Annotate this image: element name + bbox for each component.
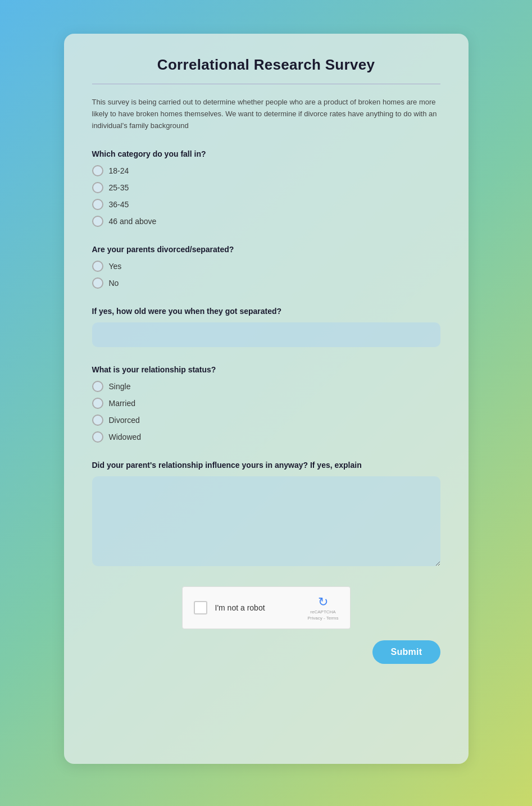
question-parents-divorced: Are your parents divorced/separated? Yes… bbox=[92, 245, 440, 289]
option-no[interactable]: No bbox=[92, 277, 440, 289]
option-25-35[interactable]: 25-35 bbox=[92, 182, 440, 193]
label-25-35[interactable]: 25-35 bbox=[109, 183, 129, 192]
label-yes[interactable]: Yes bbox=[109, 262, 122, 271]
label-46-above[interactable]: 46 and above bbox=[109, 217, 157, 226]
submit-row: Submit bbox=[92, 640, 440, 664]
option-widowed[interactable]: Widowed bbox=[92, 431, 440, 443]
radio-yes[interactable] bbox=[92, 261, 103, 272]
label-widowed[interactable]: Widowed bbox=[109, 432, 142, 441]
label-36-45[interactable]: 36-45 bbox=[109, 200, 129, 209]
age-separated-input[interactable] bbox=[92, 322, 440, 347]
label-no[interactable]: No bbox=[109, 279, 119, 288]
option-46-above[interactable]: 46 and above bbox=[92, 216, 440, 227]
question-age: Which category do you fall in? 18-24 25-… bbox=[92, 149, 440, 227]
question-age-separated-label: If yes, how old were you when they got s… bbox=[92, 307, 440, 316]
recaptcha-brand: reCAPTCHA bbox=[310, 609, 335, 615]
label-divorced[interactable]: Divorced bbox=[109, 416, 140, 425]
label-18-24[interactable]: 18-24 bbox=[109, 166, 129, 175]
question-age-separated: If yes, how old were you when they got s… bbox=[92, 307, 440, 347]
submit-button[interactable]: Submit bbox=[372, 640, 440, 664]
recaptcha-checkbox[interactable] bbox=[194, 601, 207, 614]
option-divorced[interactable]: Divorced bbox=[92, 415, 440, 426]
radio-widowed[interactable] bbox=[92, 431, 103, 443]
recaptcha-links: Privacy - Terms bbox=[308, 616, 339, 621]
radio-25-35[interactable] bbox=[92, 182, 103, 193]
recaptcha-logo: ↻ reCAPTCHA Privacy - Terms bbox=[308, 595, 339, 620]
label-single[interactable]: Single bbox=[109, 382, 131, 391]
survey-card: Correlational Research Survey This surve… bbox=[64, 34, 469, 764]
question-parents-divorced-label: Are your parents divorced/separated? bbox=[92, 245, 440, 254]
question-influence-label: Did your parent's relationship influence… bbox=[92, 461, 440, 470]
radio-36-45[interactable] bbox=[92, 199, 103, 210]
survey-description: This survey is being carried out to dete… bbox=[92, 97, 440, 131]
recaptcha-label: I'm not a robot bbox=[215, 603, 300, 612]
option-36-45[interactable]: 36-45 bbox=[92, 199, 440, 210]
question-influence: Did your parent's relationship influence… bbox=[92, 461, 440, 568]
question-relationship-status: What is your relationship status? Single… bbox=[92, 365, 440, 443]
option-18-24[interactable]: 18-24 bbox=[92, 165, 440, 176]
recaptcha-icon: ↻ bbox=[318, 595, 328, 609]
question-relationship-status-label: What is your relationship status? bbox=[92, 365, 440, 374]
radio-married[interactable] bbox=[92, 398, 103, 409]
option-yes[interactable]: Yes bbox=[92, 261, 440, 272]
radio-no[interactable] bbox=[92, 277, 103, 289]
recaptcha-container: I'm not a robot ↻ reCAPTCHA Privacy - Te… bbox=[92, 586, 440, 629]
label-married[interactable]: Married bbox=[109, 399, 135, 408]
title-divider bbox=[92, 84, 440, 84]
recaptcha-box[interactable]: I'm not a robot ↻ reCAPTCHA Privacy - Te… bbox=[182, 586, 351, 629]
option-married[interactable]: Married bbox=[92, 398, 440, 409]
survey-title: Correlational Research Survey bbox=[92, 56, 440, 74]
radio-single[interactable] bbox=[92, 381, 103, 392]
influence-textarea[interactable] bbox=[92, 476, 440, 566]
radio-divorced[interactable] bbox=[92, 415, 103, 426]
radio-18-24[interactable] bbox=[92, 165, 103, 176]
radio-46-above[interactable] bbox=[92, 216, 103, 227]
question-age-label: Which category do you fall in? bbox=[92, 149, 440, 158]
option-single[interactable]: Single bbox=[92, 381, 440, 392]
